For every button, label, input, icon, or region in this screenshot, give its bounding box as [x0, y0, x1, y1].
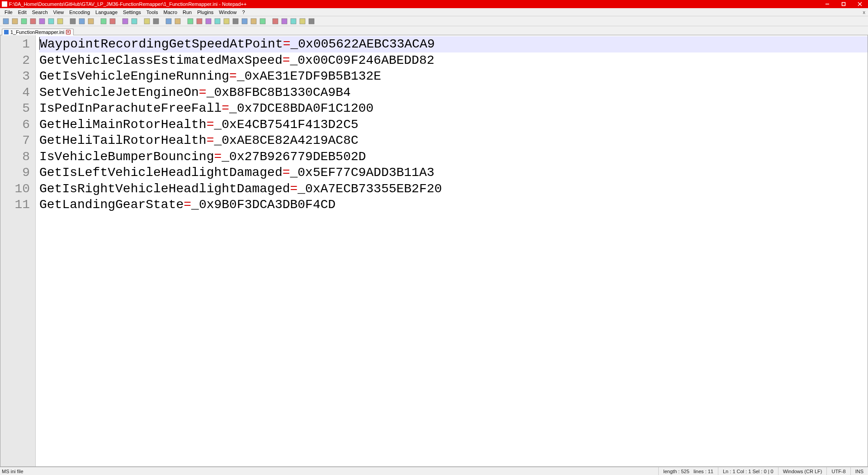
- menu-close-doc[interactable]: x: [863, 10, 866, 15]
- menu-help[interactable]: ?: [239, 10, 247, 15]
- window-controls: [819, 0, 868, 8]
- code-line[interactable]: GetHeliMainRotorHealth=_0xE4CB7541F413D2…: [39, 117, 868, 133]
- ini-value: _0x9B0F3DCA3DB0F4CD: [191, 198, 335, 212]
- svg-rect-17: [132, 19, 137, 24]
- svg-rect-6: [21, 19, 27, 24]
- paste-icon[interactable]: [87, 17, 95, 25]
- line-number: 5: [0, 100, 35, 117]
- svg-rect-11: [70, 19, 75, 24]
- title-bar: F:\0A_Home\Documents\GitHub\GTAV_LP_JM36…: [0, 0, 868, 8]
- ini-key: GetIsLeftVehicleHeadlightDamaged: [39, 166, 283, 180]
- menu-tools[interactable]: Tools: [144, 10, 161, 15]
- sync-h-icon[interactable]: [174, 17, 182, 25]
- menu-file[interactable]: File: [2, 10, 15, 15]
- folder-icon[interactable]: [250, 17, 258, 25]
- func-list-icon[interactable]: [241, 17, 249, 25]
- menu-search[interactable]: Search: [29, 10, 51, 15]
- zoom-in-icon[interactable]: [143, 17, 151, 25]
- ini-value: _0x00C09F246ABEDD82: [290, 53, 434, 67]
- close-button[interactable]: [852, 0, 868, 8]
- replace-icon[interactable]: [130, 17, 138, 25]
- ini-key: WaypointRecordingGetSpeedAtPoint: [40, 37, 283, 51]
- code-line[interactable]: WaypointRecordingGetSpeedAtPoint=_0x0056…: [39, 36, 868, 52]
- code-line[interactable]: GetIsLeftVehicleHeadlightDamaged=_0x5EF7…: [39, 165, 868, 181]
- code-line[interactable]: GetLandingGearState=_0x9B0F3DCA3DB0F4CD: [39, 197, 868, 213]
- svg-rect-7: [30, 19, 36, 24]
- save-icon[interactable]: [20, 17, 28, 25]
- undo-icon[interactable]: [99, 17, 108, 25]
- svg-rect-26: [224, 19, 229, 24]
- svg-rect-12: [79, 19, 85, 24]
- print-icon[interactable]: [56, 17, 64, 25]
- open-file-icon[interactable]: [11, 17, 19, 25]
- redo-icon[interactable]: [108, 17, 117, 25]
- status-bar: MS ini file length : 525 lines : 11 Ln :…: [0, 467, 868, 475]
- svg-rect-30: [260, 19, 265, 24]
- menu-bar: File Edit Search View Encoding Language …: [0, 8, 868, 16]
- ini-equals: =: [207, 118, 214, 132]
- menu-settings[interactable]: Settings: [120, 10, 144, 15]
- save-all-icon[interactable]: [29, 17, 37, 25]
- code-line[interactable]: IsPedInParachuteFreeFall=_0x7DCE8BDA0F1C…: [39, 100, 868, 117]
- monitor-icon[interactable]: [259, 17, 267, 25]
- copy-icon[interactable]: [78, 17, 86, 25]
- menu-run[interactable]: Run: [180, 10, 194, 15]
- code-line[interactable]: GetVehicleClassEstimatedMaxSpeed=_0x00C0…: [39, 52, 868, 69]
- zoom-out-icon[interactable]: [152, 17, 160, 25]
- play-icon[interactable]: [289, 17, 297, 25]
- indent-guide-icon[interactable]: [204, 17, 212, 25]
- menu-macro[interactable]: Macro: [160, 10, 180, 15]
- ini-equals: =: [184, 198, 191, 212]
- doc-map-icon[interactable]: [222, 17, 231, 25]
- line-number: 11: [0, 197, 35, 213]
- menu-window[interactable]: Window: [216, 10, 239, 15]
- code-line[interactable]: SetVehicleJetEngineOn=_0xB8FBC8B1330CA9B…: [39, 85, 868, 101]
- status-mode: INS: [850, 467, 868, 475]
- allchars-icon[interactable]: [195, 17, 203, 25]
- ini-equals: =: [283, 166, 290, 180]
- svg-rect-22: [188, 19, 193, 24]
- ini-value: _0x27B926779DEB502D: [222, 150, 366, 164]
- ini-equals: =: [222, 101, 229, 115]
- play-multi-icon[interactable]: [298, 17, 307, 25]
- ini-value: _0xA7ECB73355EB2F20: [297, 182, 442, 196]
- ini-key: GetLandingGearState: [39, 198, 184, 212]
- code-line[interactable]: IsVehicleBumperBouncing=_0x27B926779DEB5…: [39, 149, 868, 165]
- line-number-gutter: 1234567891011: [0, 35, 36, 466]
- save-macro-icon[interactable]: [307, 17, 316, 25]
- line-number: 2: [0, 52, 35, 69]
- svg-rect-16: [123, 19, 128, 24]
- sync-v-icon[interactable]: [165, 17, 173, 25]
- udf-icon[interactable]: [213, 17, 222, 25]
- code-line[interactable]: GetHeliTailRotorHealth=_0xAE8CE82A4219AC…: [39, 133, 868, 149]
- menu-plugins[interactable]: Plugins: [194, 10, 216, 15]
- file-tab-close-icon[interactable]: ✕: [66, 30, 71, 34]
- stop-icon[interactable]: [280, 17, 288, 25]
- code-area[interactable]: WaypointRecordingGetSpeedAtPoint=_0x0056…: [36, 35, 868, 466]
- new-file-icon[interactable]: [2, 17, 10, 25]
- minimize-button[interactable]: [819, 0, 835, 8]
- svg-rect-24: [206, 19, 211, 24]
- editor: 1234567891011 WaypointRecordingGetSpeedA…: [0, 35, 868, 467]
- record-icon[interactable]: [271, 17, 279, 25]
- code-line[interactable]: GetIsVehicleEngineRunning=_0xAE31E7DF9B5…: [39, 68, 868, 85]
- menu-view[interactable]: View: [51, 10, 67, 15]
- maximize-button[interactable]: [835, 0, 852, 8]
- find-icon[interactable]: [121, 17, 129, 25]
- cut-icon[interactable]: [69, 17, 77, 25]
- menu-language[interactable]: Language: [93, 10, 120, 15]
- ini-value: _0xAE31E7DF9B5B132E: [237, 69, 381, 83]
- svg-rect-34: [300, 19, 305, 24]
- ini-key: GetIsVehicleEngineRunning: [39, 69, 229, 83]
- wordwrap-icon[interactable]: [186, 17, 194, 25]
- file-tab[interactable]: 1_FunctionRemapper.ini ✕: [2, 28, 74, 35]
- close-all-icon[interactable]: [47, 17, 55, 25]
- close-icon[interactable]: [38, 17, 46, 25]
- code-line[interactable]: GetIsRightVehicleHeadlightDamaged=_0xA7E…: [39, 181, 868, 197]
- doc-list-icon[interactable]: [231, 17, 240, 25]
- status-filetype: MS ini file: [0, 469, 658, 474]
- menu-encoding[interactable]: Encoding: [66, 10, 93, 15]
- ini-value: _0xE4CB7541F413D2C5: [214, 118, 358, 132]
- menu-edit[interactable]: Edit: [15, 10, 29, 15]
- ini-equals: =: [283, 53, 290, 67]
